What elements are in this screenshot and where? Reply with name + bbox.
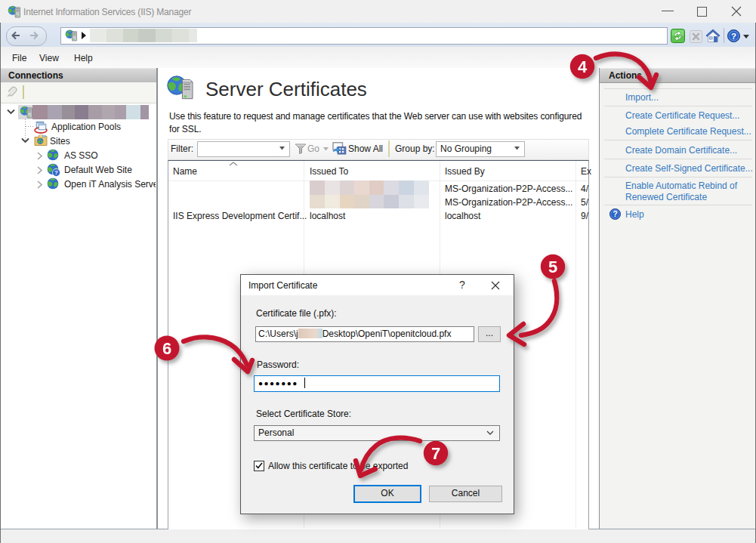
svg-text:?: ? [731,32,736,41]
svg-text:?: ? [54,169,58,176]
svg-text:?: ? [613,210,617,218]
